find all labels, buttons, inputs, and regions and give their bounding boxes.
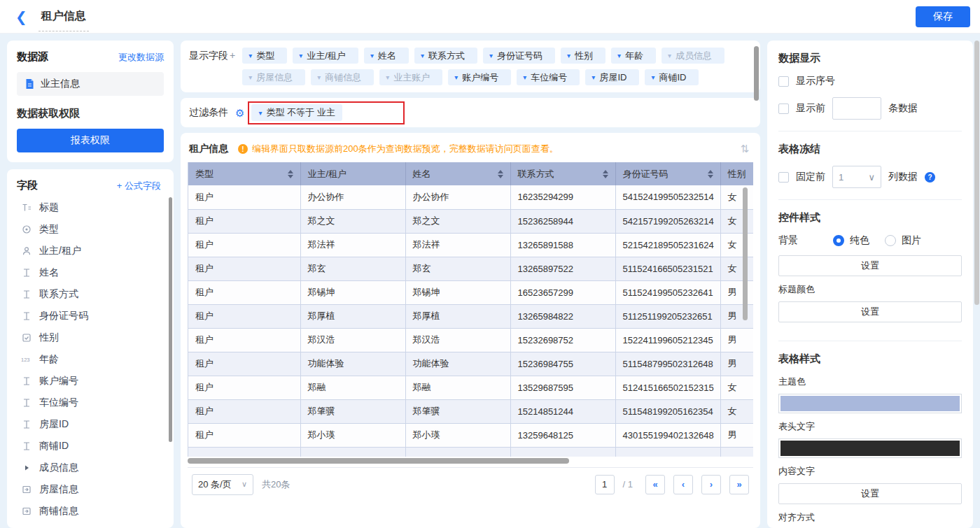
display-field-chip[interactable]: ▾商铺信息 [311,69,374,85]
field-item[interactable]: 姓名 [17,262,167,283]
help-icon[interactable]: ? [925,172,935,183]
field-item[interactable]: 标题 [17,197,167,218]
freeze-columns-checkbox[interactable] [778,172,789,183]
main-panel: 显示字段+ ▾类型▾业主/租户▾姓名▾联系方式▾身份证号码▾性别▾年龄▾成员信息… [181,41,760,528]
freeze-title: 表格冻结 [778,143,962,156]
table-horizontal-scroll-track [188,458,753,464]
table-row: 租户办公协作办公协作16235294299541524199505232514女 [188,185,753,209]
display-field-chip[interactable]: ▾姓名 [364,48,409,64]
show-first-count-input[interactable] [832,97,881,120]
filter-condition-chip[interactable]: ▾ 类型 不等于 业主 [251,104,342,121]
table-cell: 租户 [188,280,300,304]
display-field-chip[interactable]: ▾商铺ID [645,69,699,85]
table-style-title: 表格样式 [778,352,962,366]
window-scrollbar[interactable] [974,41,979,305]
sort-icon[interactable] [288,170,293,178]
chip-label: 房屋ID [599,71,626,84]
add-display-field-button[interactable]: + [230,50,235,61]
field-item[interactable]: 身份证号码 [17,305,167,327]
sort-order-icon[interactable]: ⇅ [737,143,752,155]
table-cell: 办公协作 [405,185,510,209]
table-cell: 13265891588 [510,233,615,257]
display-field-chip[interactable]: ▾年龄 [611,48,656,64]
display-field-chip[interactable]: ▾房屋ID [585,69,639,85]
field-item[interactable]: 房屋ID [17,413,167,435]
display-field-chip[interactable]: ▾类型 [242,48,287,64]
report-permission-button[interactable]: 报表权限 [17,129,164,152]
column-header[interactable]: 姓名 [405,162,510,185]
column-header[interactable]: 类型 [188,162,300,185]
field-item[interactable]: 123年龄 [17,348,167,370]
column-header[interactable]: 性别 [720,162,753,185]
table-cell: 男 [720,304,753,328]
document-icon [24,78,35,90]
filter-card: 过滤条件 ⚙ ▾ 类型 不等于 业主 [181,98,760,127]
next-page-button[interactable]: › [701,475,721,494]
chip-label: 年龄 [625,50,643,62]
field-label: 联系方式 [39,288,78,301]
table-vertical-scrollbar[interactable] [743,187,748,320]
display-field-chip[interactable]: ▾业主账户 [379,69,442,85]
display-field-chip[interactable]: ▾房屋信息 [242,69,305,85]
title-color-set-button[interactable]: 设置 [778,301,962,322]
back-icon[interactable]: ❮ [15,10,27,24]
chip-label: 姓名 [378,50,396,62]
table-horizontal-scrollbar[interactable] [188,458,569,464]
header-text-color-swatch[interactable] [778,438,962,458]
warning-text: 编辑界面只取数据源前200条作为查询数据预览，完整数据请访问页面查看。 [252,143,559,155]
field-item[interactable]: 类型 [17,218,167,240]
settings-sidebar: 数据显示 显示序号 显示前 条数据 表格冻结 固定前 1 ∨ 列数据 [767,41,973,528]
field-item[interactable]: 账户编号 [17,370,167,392]
first-page-button[interactable]: « [645,475,665,494]
sort-icon[interactable] [708,170,713,178]
theme-color-swatch[interactable] [778,394,962,413]
column-header[interactable]: 业主/租户 [300,162,405,185]
table-header-row: 类型业主/租户姓名联系方式身份证号码性别 [188,162,753,185]
main-panel-scrollbar[interactable] [754,46,759,101]
table-cell: 男 [720,423,753,447]
display-field-chip[interactable]: ▾性别 [561,48,606,64]
add-formula-field-link[interactable]: + 公式字段 [117,180,161,192]
sort-icon[interactable] [603,170,608,178]
gear-icon[interactable]: ⚙ [235,108,244,118]
display-field-chip[interactable]: ▾身份证号码 [483,48,555,64]
table-row: 租户郑小瑛郑小瑛13259648125430155199402132648男 [188,423,753,447]
field-item[interactable]: 商铺ID [17,435,167,457]
chip-label: 商铺ID [659,71,686,84]
display-field-chip[interactable]: ▾成员信息 [662,48,724,64]
field-item[interactable]: 性别 [17,327,167,348]
display-field-chip[interactable]: ▾账户编号 [448,69,511,85]
show-index-checkbox[interactable] [778,76,789,87]
title-icon [21,202,32,213]
display-field-chip[interactable]: ▾业主/租户 [293,48,358,64]
save-button[interactable]: 保存 [916,6,970,27]
table-row: 租户郑之文郑之文15236258944542157199205263214女 [188,209,753,233]
fields-scrollbar[interactable] [169,197,172,442]
field-item[interactable]: 房屋信息 [17,478,167,500]
field-item[interactable]: 成员信息 [17,457,167,478]
field-item[interactable]: 业主/租户 [17,240,167,262]
last-page-button[interactable]: » [729,475,749,494]
field-label: 房屋ID [39,418,69,431]
field-item[interactable]: 联系方式 [17,283,167,305]
show-first-checkbox[interactable] [778,104,789,114]
image-radio[interactable] [885,235,896,246]
page-size-select[interactable]: 20 条/页 ∨ [192,474,253,495]
background-set-button[interactable]: 设置 [778,255,962,276]
solid-color-radio[interactable] [833,235,844,246]
page-number-input[interactable]: 1 [595,475,615,494]
field-item[interactable]: 商铺信息 [17,500,167,522]
sort-icon[interactable] [498,170,503,178]
column-label: 类型 [195,168,214,180]
table-row: 租户郑汉浩郑汉浩15232698752152241199605212345男 [188,328,753,352]
datasource-item[interactable]: 业主信息 [17,72,164,96]
prev-page-button[interactable]: ‹ [673,475,693,494]
column-header[interactable]: 身份证号码 [615,162,720,185]
column-header[interactable]: 联系方式 [510,162,615,185]
display-field-chip[interactable]: ▾联系方式 [414,48,477,64]
change-datasource-link[interactable]: 更改数据源 [118,51,164,64]
display-field-chip[interactable]: ▾车位编号 [517,69,580,85]
freeze-count-select[interactable]: 1 ∨ [832,166,881,188]
content-text-set-button[interactable]: 设置 [778,483,962,504]
field-item[interactable]: 车位编号 [17,392,167,413]
